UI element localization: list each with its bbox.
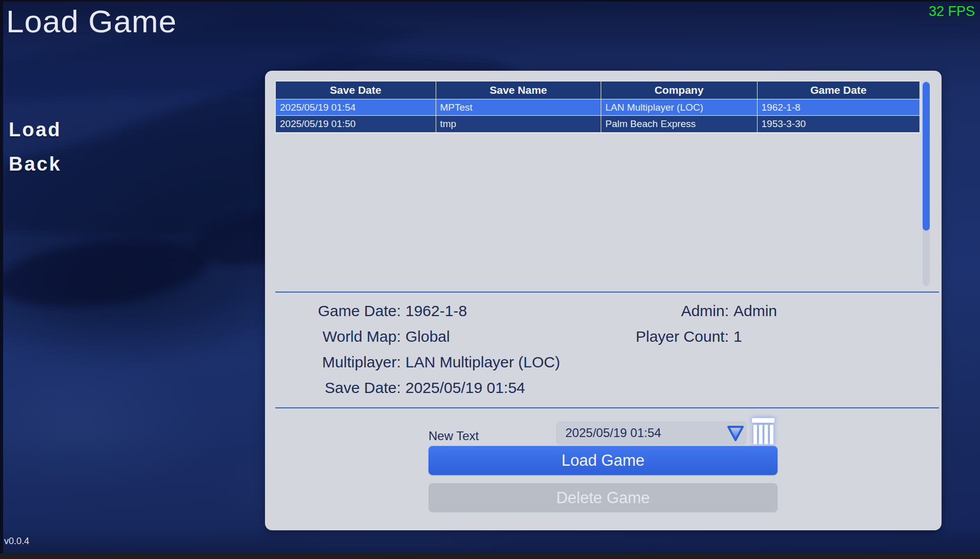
- trash-icon: [751, 418, 775, 445]
- detail-value: LAN Multiplayer (LOC): [405, 354, 560, 371]
- menu-item-load[interactable]: Load: [9, 119, 62, 141]
- detail-value: 2025/05/19 01:54: [405, 379, 525, 397]
- table-header-row: Save Date Save Name Company Game Date: [276, 81, 920, 99]
- detail-value: 1962-1-8: [405, 302, 467, 320]
- separator-line: [275, 407, 939, 408]
- detail-value: 1: [733, 328, 742, 345]
- load-game-button[interactable]: Load Game: [428, 446, 778, 475]
- table-row[interactable]: 2025/05/19 01:50 tmp Palm Beach Express …: [276, 116, 920, 133]
- column-header-save-date: Save Date: [276, 81, 436, 99]
- column-header-company: Company: [601, 81, 757, 99]
- detail-label: Game Date:: [285, 302, 401, 320]
- detail-multiplayer: Multiplayer: LAN Multiplayer (LOC): [285, 354, 560, 374]
- column-header-game-date: Game Date: [757, 81, 920, 99]
- load-game-screen: Load Game 32 FPS v0.0.4 Load Back Save D…: [0, 0, 980, 559]
- bottom-bar: [0, 553, 980, 559]
- detail-label: World Map:: [285, 328, 401, 345]
- cell-save-date: 2025/05/19 01:50: [276, 116, 436, 132]
- screen-edge-left: [0, 0, 3, 559]
- cell-save-date: 2025/05/19 01:54: [276, 99, 436, 115]
- delete-save-icon-button[interactable]: [751, 418, 775, 445]
- table-scrollbar-track[interactable]: [923, 81, 930, 286]
- delete-game-button[interactable]: Delete Game: [428, 483, 778, 512]
- page-title: Load Game: [6, 3, 177, 39]
- detail-value: Admin: [733, 302, 777, 320]
- cell-save-name: MPTest: [436, 99, 601, 115]
- detail-world-map: World Map: Global: [285, 328, 450, 348]
- load-game-panel: Save Date Save Name Company Game Date 20…: [265, 71, 942, 530]
- detail-save-date: Save Date: 2025/05/19 01:54: [285, 379, 525, 400]
- cell-game-date: 1953-3-30: [757, 116, 920, 132]
- cell-company: Palm Beach Express: [601, 116, 757, 132]
- menu-item-back[interactable]: Back: [9, 153, 62, 175]
- table-row[interactable]: 2025/05/19 01:54 MPTest LAN Multiplayer …: [276, 99, 920, 116]
- detail-label: Player Count:: [603, 328, 729, 345]
- side-menu: Load Back: [9, 119, 62, 188]
- column-header-save-name: Save Name: [436, 81, 601, 99]
- detail-label: Admin:: [603, 302, 729, 320]
- save-name-input[interactable]: [556, 421, 747, 445]
- cell-save-name: tmp: [436, 116, 601, 132]
- cell-company: LAN Multiplayer (LOC): [601, 99, 757, 115]
- detail-admin: Admin: Admin: [603, 302, 777, 323]
- screen-edge-top: [0, 0, 980, 2]
- new-text-label: New Text: [428, 424, 479, 448]
- detail-value: Global: [405, 328, 450, 345]
- table-scrollbar-thumb[interactable]: [923, 82, 930, 231]
- dropdown-arrow-icon[interactable]: [726, 425, 745, 442]
- save-game-table: Save Date Save Name Company Game Date 20…: [275, 81, 920, 133]
- detail-game-date: Game Date: 1962-1-8: [285, 302, 467, 323]
- fps-counter: 32 FPS: [929, 4, 975, 19]
- separator-line: [275, 292, 939, 293]
- version-label: v0.0.4: [4, 536, 29, 547]
- detail-label: Save Date:: [285, 379, 401, 397]
- detail-label: Multiplayer:: [285, 354, 401, 371]
- cell-game-date: 1962-1-8: [757, 99, 920, 115]
- detail-player-count: Player Count: 1: [603, 328, 742, 348]
